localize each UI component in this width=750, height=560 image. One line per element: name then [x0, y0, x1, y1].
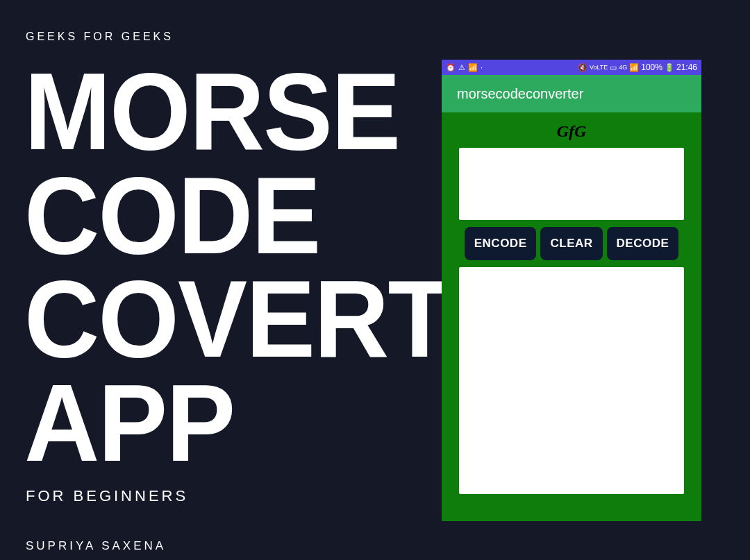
decode-button[interactable]: DECODE [607, 227, 679, 260]
battery-icon: 🔋 [665, 63, 674, 72]
time-label: 21:46 [676, 62, 697, 72]
warning-icon: ⚠ [458, 63, 465, 72]
signal-4g-icon: 4G [619, 64, 627, 71]
status-left: ⏰ ⚠ 📶 · [446, 63, 483, 72]
app-content: GfG ENCODE CLEAR DECODE [442, 112, 701, 494]
author-label: SUPRIYA SAXENA [26, 539, 166, 553]
button-row: ENCODE CLEAR DECODE [459, 227, 684, 260]
volte-icon: VoLTE [590, 64, 608, 71]
sim-icon: ▭ [610, 63, 617, 72]
encode-button[interactable]: ENCODE [465, 227, 537, 260]
subtitle-label: FOR BEGINNERS [26, 487, 188, 505]
output-textarea[interactable] [459, 267, 684, 494]
wifi-icon: 📶 [468, 63, 478, 72]
alarm-icon: ⏰ [446, 63, 456, 72]
battery-percent: 100% [641, 62, 662, 72]
phone-screenshot: ⏰ ⚠ 📶 · 🔇 VoLTE ▭ 4G 📶 100% 🔋 21:46 mors… [442, 60, 701, 521]
app-title: GfG [459, 122, 684, 141]
app-bar: morsecodeconverter [442, 75, 701, 112]
header-label: GEEKS FOR GEEKS [26, 31, 174, 43]
status-bar: ⏰ ⚠ 📶 · 🔇 VoLTE ▭ 4G 📶 100% 🔋 21:46 [442, 60, 701, 75]
input-textarea[interactable] [459, 148, 684, 220]
mute-icon: 🔇 [578, 63, 588, 72]
signal-icon: 📶 [629, 63, 639, 72]
app-bar-title: morsecodeconverter [457, 86, 583, 102]
dot-icon: · [481, 63, 483, 71]
clear-button[interactable]: CLEAR [540, 227, 602, 260]
status-right: 🔇 VoLTE ▭ 4G 📶 100% 🔋 21:46 [578, 62, 697, 72]
